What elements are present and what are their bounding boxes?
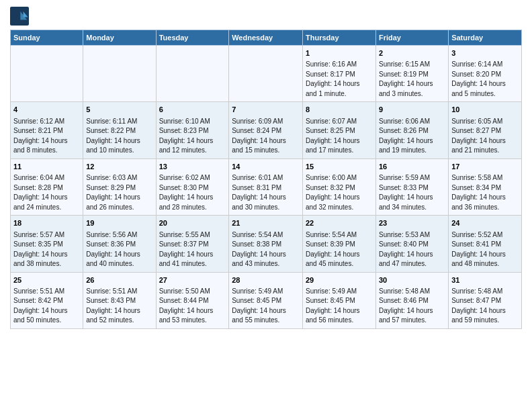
logo-icon: [10, 7, 29, 26]
day-info: Sunrise: 6:07 AM Sunset: 8:25 PM Dayligh…: [306, 117, 373, 156]
calendar-cell: 12Sunrise: 6:03 AM Sunset: 8:29 PM Dayli…: [83, 158, 156, 215]
calendar-cell: 11Sunrise: 6:04 AM Sunset: 8:28 PM Dayli…: [11, 158, 83, 215]
day-number: 13: [159, 162, 226, 172]
day-info: Sunrise: 6:00 AM Sunset: 8:32 PM Dayligh…: [306, 173, 373, 212]
calendar-cell: 29Sunrise: 5:49 AM Sunset: 8:45 PM Dayli…: [303, 272, 376, 328]
calendar-cell: [229, 46, 303, 102]
day-info: Sunrise: 6:03 AM Sunset: 8:29 PM Dayligh…: [86, 173, 152, 212]
day-number: 11: [13, 162, 80, 172]
day-info: Sunrise: 6:11 AM Sunset: 8:22 PM Dayligh…: [86, 117, 152, 156]
day-number: 22: [306, 218, 373, 228]
day-number: 31: [451, 275, 519, 285]
calendar-cell: 24Sunrise: 5:52 AM Sunset: 8:41 PM Dayli…: [449, 216, 522, 272]
day-info: Sunrise: 5:55 AM Sunset: 8:37 PM Dayligh…: [159, 230, 226, 269]
day-info: Sunrise: 5:51 AM Sunset: 8:43 PM Dayligh…: [86, 287, 152, 326]
week-row-2: 11Sunrise: 6:04 AM Sunset: 8:28 PM Dayli…: [11, 158, 522, 215]
day-number: 23: [379, 218, 445, 228]
day-number: 20: [159, 218, 226, 228]
day-number: 14: [232, 162, 300, 172]
header-thursday: Thursday: [303, 30, 376, 46]
calendar-cell: 22Sunrise: 5:54 AM Sunset: 8:39 PM Dayli…: [303, 216, 376, 272]
day-info: Sunrise: 6:14 AM Sunset: 8:20 PM Dayligh…: [451, 60, 519, 99]
header-friday: Friday: [375, 30, 448, 46]
calendar-cell: 15Sunrise: 6:00 AM Sunset: 8:32 PM Dayli…: [303, 158, 376, 215]
header-monday: Monday: [83, 30, 156, 46]
day-number: 30: [379, 275, 445, 285]
day-number: 18: [13, 218, 80, 228]
day-number: 16: [379, 162, 445, 172]
header-wednesday: Wednesday: [229, 30, 303, 46]
calendar-cell: 19Sunrise: 5:56 AM Sunset: 8:36 PM Dayli…: [83, 216, 156, 272]
week-row-0: 1Sunrise: 6:16 AM Sunset: 8:17 PM Daylig…: [11, 46, 522, 102]
day-info: Sunrise: 5:58 AM Sunset: 8:34 PM Dayligh…: [451, 173, 519, 212]
day-number: 4: [13, 105, 80, 115]
day-info: Sunrise: 5:56 AM Sunset: 8:36 PM Dayligh…: [86, 230, 152, 269]
day-info: Sunrise: 5:49 AM Sunset: 8:45 PM Dayligh…: [306, 287, 373, 326]
day-number: 19: [86, 218, 152, 228]
day-info: Sunrise: 5:59 AM Sunset: 8:33 PM Dayligh…: [379, 173, 445, 212]
day-info: Sunrise: 5:48 AM Sunset: 8:47 PM Dayligh…: [451, 287, 519, 326]
day-number: 10: [451, 105, 519, 115]
calendar-cell: 31Sunrise: 5:48 AM Sunset: 8:47 PM Dayli…: [449, 272, 522, 328]
day-info: Sunrise: 5:57 AM Sunset: 8:35 PM Dayligh…: [13, 230, 80, 269]
day-info: Sunrise: 6:04 AM Sunset: 8:28 PM Dayligh…: [13, 173, 80, 212]
calendar-cell: 27Sunrise: 5:50 AM Sunset: 8:44 PM Dayli…: [156, 272, 229, 328]
calendar-body: 1Sunrise: 6:16 AM Sunset: 8:17 PM Daylig…: [11, 46, 522, 329]
calendar-cell: 30Sunrise: 5:48 AM Sunset: 8:46 PM Dayli…: [375, 272, 448, 328]
day-info: Sunrise: 6:09 AM Sunset: 8:24 PM Dayligh…: [232, 117, 300, 156]
day-info: Sunrise: 6:06 AM Sunset: 8:26 PM Dayligh…: [379, 117, 445, 156]
day-info: Sunrise: 5:54 AM Sunset: 8:38 PM Dayligh…: [232, 230, 300, 269]
calendar-cell: 10Sunrise: 6:05 AM Sunset: 8:27 PM Dayli…: [449, 102, 522, 158]
calendar-cell: 6Sunrise: 6:10 AM Sunset: 8:23 PM Daylig…: [156, 102, 229, 158]
day-number: 21: [232, 218, 300, 228]
calendar-cell: 25Sunrise: 5:51 AM Sunset: 8:42 PM Dayli…: [11, 272, 83, 328]
calendar-cell: 16Sunrise: 5:59 AM Sunset: 8:33 PM Dayli…: [375, 158, 448, 215]
calendar-table: SundayMondayTuesdayWednesdayThursdayFrid…: [10, 30, 522, 329]
calendar-cell: 1Sunrise: 6:16 AM Sunset: 8:17 PM Daylig…: [303, 46, 376, 102]
day-info: Sunrise: 6:16 AM Sunset: 8:17 PM Dayligh…: [306, 60, 373, 99]
calendar-cell: 5Sunrise: 6:11 AM Sunset: 8:22 PM Daylig…: [83, 102, 156, 158]
day-info: Sunrise: 5:50 AM Sunset: 8:44 PM Dayligh…: [159, 287, 226, 326]
header-sunday: Sunday: [11, 30, 83, 46]
calendar-cell: [83, 46, 156, 102]
day-number: 24: [451, 218, 519, 228]
day-info: Sunrise: 5:52 AM Sunset: 8:41 PM Dayligh…: [451, 230, 519, 269]
day-info: Sunrise: 5:49 AM Sunset: 8:45 PM Dayligh…: [232, 287, 300, 326]
day-number: 8: [306, 105, 373, 115]
day-number: 3: [451, 48, 519, 58]
week-row-4: 25Sunrise: 5:51 AM Sunset: 8:42 PM Dayli…: [11, 272, 522, 328]
week-row-1: 4Sunrise: 6:12 AM Sunset: 8:21 PM Daylig…: [11, 102, 522, 158]
calendar-cell: [11, 46, 83, 102]
day-info: Sunrise: 6:01 AM Sunset: 8:31 PM Dayligh…: [232, 173, 300, 212]
day-number: 12: [86, 162, 152, 172]
calendar-cell: [156, 46, 229, 102]
calendar-header-row: SundayMondayTuesdayWednesdayThursdayFrid…: [11, 30, 522, 46]
calendar-cell: 9Sunrise: 6:06 AM Sunset: 8:26 PM Daylig…: [375, 102, 448, 158]
day-number: 7: [232, 105, 300, 115]
day-number: 5: [86, 105, 152, 115]
calendar-cell: 3Sunrise: 6:14 AM Sunset: 8:20 PM Daylig…: [449, 46, 522, 102]
day-info: Sunrise: 5:51 AM Sunset: 8:42 PM Dayligh…: [13, 287, 80, 326]
day-number: 1: [306, 48, 373, 58]
day-info: Sunrise: 6:15 AM Sunset: 8:19 PM Dayligh…: [379, 60, 445, 99]
day-number: 27: [159, 275, 226, 285]
day-number: 29: [306, 275, 373, 285]
logo: [10, 7, 32, 26]
day-info: Sunrise: 6:12 AM Sunset: 8:21 PM Dayligh…: [13, 117, 80, 156]
calendar-cell: 13Sunrise: 6:02 AM Sunset: 8:30 PM Dayli…: [156, 158, 229, 215]
week-row-3: 18Sunrise: 5:57 AM Sunset: 8:35 PM Dayli…: [11, 216, 522, 272]
day-info: Sunrise: 6:10 AM Sunset: 8:23 PM Dayligh…: [159, 117, 226, 156]
day-number: 25: [13, 275, 80, 285]
header-tuesday: Tuesday: [156, 30, 229, 46]
calendar-cell: 28Sunrise: 5:49 AM Sunset: 8:45 PM Dayli…: [229, 272, 303, 328]
calendar-cell: 14Sunrise: 6:01 AM Sunset: 8:31 PM Dayli…: [229, 158, 303, 215]
calendar-cell: 21Sunrise: 5:54 AM Sunset: 8:38 PM Dayli…: [229, 216, 303, 272]
calendar-cell: 20Sunrise: 5:55 AM Sunset: 8:37 PM Dayli…: [156, 216, 229, 272]
calendar-cell: 17Sunrise: 5:58 AM Sunset: 8:34 PM Dayli…: [449, 158, 522, 215]
day-info: Sunrise: 5:54 AM Sunset: 8:39 PM Dayligh…: [306, 230, 373, 269]
day-number: 6: [159, 105, 226, 115]
calendar-cell: 7Sunrise: 6:09 AM Sunset: 8:24 PM Daylig…: [229, 102, 303, 158]
day-number: 26: [86, 275, 152, 285]
calendar-cell: 23Sunrise: 5:53 AM Sunset: 8:40 PM Dayli…: [375, 216, 448, 272]
day-info: Sunrise: 5:53 AM Sunset: 8:40 PM Dayligh…: [379, 230, 445, 269]
